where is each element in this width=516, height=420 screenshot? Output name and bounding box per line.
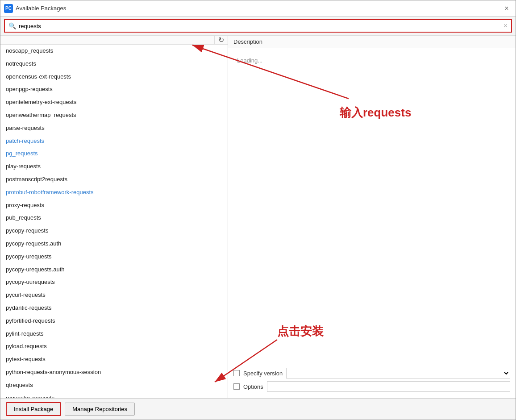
list-item[interactable]: pub_requests bbox=[0, 212, 228, 225]
list-item[interactable]: pycopy-urequests bbox=[0, 250, 228, 263]
title-bar-left: PC Available Packages bbox=[4, 4, 66, 13]
options-row: Options bbox=[233, 381, 510, 392]
list-item[interactable]: proxy-requests bbox=[0, 199, 228, 212]
right-panel: Description Loading... Specify version O… bbox=[228, 36, 516, 398]
list-item[interactable]: protobuf-robotframework-requests bbox=[0, 186, 228, 199]
list-item[interactable]: pycopy-requests.auth bbox=[0, 237, 228, 250]
list-item[interactable]: pytest-requests bbox=[0, 353, 228, 366]
list-item[interactable]: pycopy-urequests.auth bbox=[0, 263, 228, 276]
options-label: Options bbox=[243, 383, 263, 390]
footer: Install Package Manage Repositories bbox=[0, 398, 516, 420]
list-header-row: ↻ bbox=[0, 36, 228, 45]
list-item[interactable]: pylint-requests bbox=[0, 328, 228, 341]
search-input[interactable] bbox=[19, 23, 504, 29]
manage-repositories-button[interactable]: Manage Repositories bbox=[65, 403, 135, 416]
list-item[interactable]: openweathermap_requests bbox=[0, 109, 228, 122]
refresh-icon: ↻ bbox=[218, 36, 224, 44]
list-item[interactable]: pycopy-requests bbox=[0, 225, 228, 237]
list-item[interactable]: parse-requests bbox=[0, 122, 228, 135]
list-item[interactable]: pycurl-requests bbox=[0, 289, 228, 302]
specify-version-row: Specify version bbox=[233, 368, 510, 378]
options-input[interactable] bbox=[267, 381, 510, 392]
window-title: Available Packages bbox=[16, 5, 66, 12]
refresh-icon-col[interactable]: ↻ bbox=[214, 36, 228, 44]
package-list: noscapp_requestsnotrequestsopencensus-ex… bbox=[0, 45, 228, 398]
main-window: PC Available Packages × 🔍 × ↻ noscapp_re… bbox=[0, 0, 516, 420]
list-item[interactable]: patch-requests bbox=[0, 135, 228, 148]
description-header: Description bbox=[228, 36, 516, 48]
specify-version-dropdown[interactable] bbox=[286, 368, 510, 378]
title-bar: PC Available Packages × bbox=[0, 0, 516, 17]
list-item[interactable]: qtrequests bbox=[0, 379, 228, 392]
list-item[interactable]: pyfortified-requests bbox=[0, 315, 228, 328]
list-item[interactable]: pyload.requests bbox=[0, 340, 228, 353]
list-item[interactable]: postmanscript2requests bbox=[0, 173, 228, 186]
search-clear-button[interactable]: × bbox=[504, 22, 508, 30]
list-item[interactable]: noscapp_requests bbox=[0, 45, 228, 58]
list-item[interactable]: python-requests-anonymous-session bbox=[0, 366, 228, 379]
list-col-main bbox=[0, 36, 214, 44]
app-icon: PC bbox=[4, 4, 13, 13]
list-item[interactable]: requestor-requests bbox=[0, 392, 228, 398]
bottom-options: Specify version Options bbox=[228, 364, 516, 398]
list-item[interactable]: notrequests bbox=[0, 58, 228, 71]
search-icon: 🔍 bbox=[8, 22, 16, 29]
close-button[interactable]: × bbox=[501, 3, 512, 14]
search-bar: 🔍 × bbox=[4, 19, 512, 33]
description-content: Loading... bbox=[228, 48, 516, 364]
list-item[interactable]: openpgp-requests bbox=[0, 83, 228, 96]
package-list-container: ↻ noscapp_requestsnotrequestsopencensus-… bbox=[0, 36, 228, 398]
list-item[interactable]: opentelemetry-ext-requests bbox=[0, 96, 228, 109]
list-item[interactable]: pg_requests bbox=[0, 147, 228, 160]
specify-version-label: Specify version bbox=[243, 370, 283, 377]
main-content: ↻ noscapp_requestsnotrequestsopencensus-… bbox=[0, 35, 516, 398]
list-item[interactable]: pycopy-uurequests bbox=[0, 276, 228, 289]
list-item[interactable]: play-requests bbox=[0, 160, 228, 173]
list-item[interactable]: opencensus-ext-requests bbox=[0, 71, 228, 83]
options-checkbox[interactable] bbox=[233, 383, 240, 390]
loading-text: Loading... bbox=[237, 57, 262, 64]
package-list-scroll[interactable]: noscapp_requestsnotrequestsopencensus-ex… bbox=[0, 45, 228, 398]
install-button[interactable]: Install Package bbox=[6, 402, 61, 416]
specify-version-checkbox[interactable] bbox=[233, 370, 240, 376]
list-item[interactable]: pydantic-requests bbox=[0, 302, 228, 315]
